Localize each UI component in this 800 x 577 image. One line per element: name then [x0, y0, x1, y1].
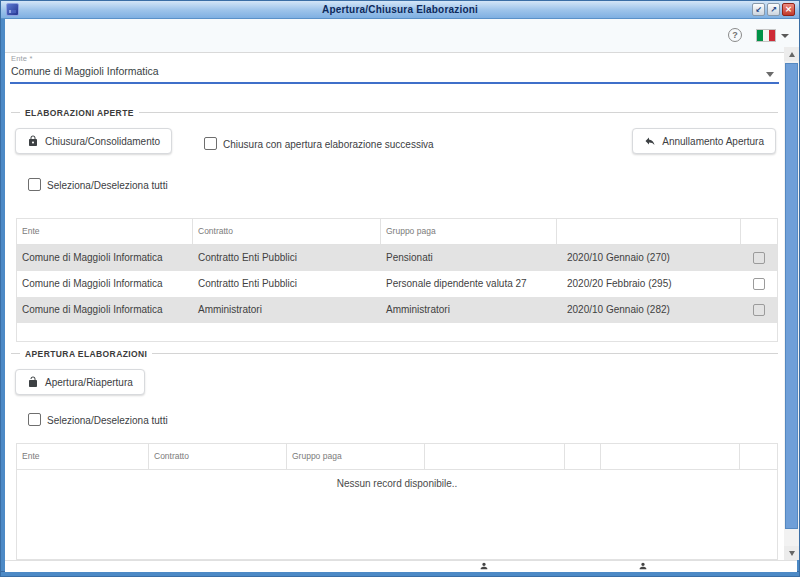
language-selector[interactable] — [756, 29, 776, 42]
column-header-contratto[interactable]: Contratto — [149, 444, 287, 469]
chiusura-consolidamento-button[interactable]: Chiusura/Consolidamento — [15, 128, 172, 154]
maximize-window-button[interactable]: ↗ — [767, 3, 780, 16]
lock-icon — [27, 135, 39, 147]
row-checkbox[interactable] — [753, 278, 765, 290]
chevron-down-icon[interactable] — [781, 34, 789, 38]
cell-contratto: Contratto Enti Pubblici — [193, 271, 381, 297]
person-icon[interactable] — [638, 561, 648, 571]
lock-open-icon — [27, 376, 39, 388]
arrow-down-icon — [789, 551, 795, 556]
section-elaborazioni-aperte-legend: ELABORAZIONI APERTE — [11, 107, 778, 118]
restore-window-button[interactable]: ↙ — [752, 3, 765, 16]
table-row[interactable]: Comune di Maggioli Informatica Amministr… — [17, 297, 777, 323]
arrow-down-left-icon: ↙ — [755, 5, 762, 14]
column-header-select[interactable] — [741, 219, 777, 244]
scroll-up-button[interactable] — [784, 47, 799, 61]
cell-ente: Comune di Maggioli Informatica — [17, 245, 193, 271]
arrow-up-right-icon: ↗ — [770, 5, 777, 14]
grid-header: Ente Contratto Gruppo paga — [17, 219, 777, 245]
cell-gruppo-paga: Personale dipendente valuta 27 — [381, 271, 557, 297]
window-title: Apertura/Chiusura Elaborazioni — [1, 1, 799, 18]
undo-arrow-icon — [644, 135, 656, 147]
column-header-empty[interactable] — [565, 444, 601, 469]
annullamento-apertura-button[interactable]: Annullamento Apertura — [632, 128, 776, 154]
column-header-gruppo-paga[interactable]: Gruppo paga — [287, 444, 425, 469]
help-icon: ? — [732, 30, 738, 40]
vertical-scrollbar[interactable] — [784, 47, 799, 560]
section-apertura-elaborazioni-legend: APERTURA ELABORAZIONI — [11, 348, 778, 359]
titlebar: Apertura/Chiusura Elaborazioni — [1, 1, 799, 19]
scrollbar-thumb[interactable] — [785, 63, 798, 529]
toolbar — [5, 19, 799, 53]
window-frame-left — [1, 19, 5, 572]
button-label: Apertura/Riapertura — [45, 377, 133, 388]
table-row[interactable]: Comune di Maggioli Informatica Contratto… — [17, 245, 777, 271]
select-all-apertura-checkbox[interactable] — [28, 413, 41, 426]
cell-contratto: Contratto Enti Pubblici — [193, 245, 381, 271]
select-all-apertura-label: Seleziona/Deseleziona tutti — [47, 415, 168, 426]
grid-header: Ente Contratto Gruppo paga — [17, 444, 777, 470]
apertura-riapertura-button[interactable]: Apertura/Riapertura — [15, 369, 145, 395]
cell-ente: Comune di Maggioli Informatica — [17, 297, 193, 323]
table-row[interactable]: Comune di Maggioli Informatica Contratto… — [17, 271, 777, 297]
row-checkbox[interactable] — [753, 304, 765, 316]
column-header-empty[interactable] — [425, 444, 565, 469]
cell-periodo: 2020/10 Gennaio (270) — [557, 245, 741, 271]
window: Apertura/Chiusura Elaborazioni ↙ ↗ × ? E… — [0, 0, 800, 577]
scroll-down-button[interactable] — [784, 546, 799, 560]
empty-grid-message: Nessun record disponibile.. — [17, 470, 777, 489]
chiusura-successiva-checkbox-label: Chiusura con apertura elaborazione succe… — [223, 139, 434, 150]
person-icon[interactable] — [479, 561, 489, 571]
elaborazioni-aperte-grid: Ente Contratto Gruppo paga Comune di Mag… — [16, 218, 778, 342]
column-header-empty[interactable] — [740, 444, 777, 469]
ente-value: Comune di Maggioli Informatica — [11, 65, 159, 77]
help-button[interactable]: ? — [728, 28, 742, 42]
column-header-periodo[interactable] — [557, 219, 741, 244]
ente-dropdown-icon[interactable] — [766, 72, 774, 77]
apertura-elaborazioni-grid: Ente Contratto Gruppo paga Nessun record… — [16, 443, 778, 560]
chiusura-successiva-checkbox[interactable] — [204, 137, 217, 150]
legend-text: ELABORAZIONI APERTE — [25, 108, 134, 118]
column-header-gruppo-paga[interactable]: Gruppo paga — [381, 219, 557, 244]
button-label: Chiusura/Consolidamento — [45, 136, 160, 147]
close-window-button[interactable]: × — [782, 3, 795, 16]
cell-gruppo-paga: Pensionati — [381, 245, 557, 271]
legend-text: APERTURA ELABORAZIONI — [25, 349, 147, 359]
partial-table-row — [5, 560, 797, 572]
close-icon: × — [785, 4, 793, 14]
ente-label: Ente * — [11, 54, 33, 63]
cell-contratto: Amministratori — [193, 297, 381, 323]
column-header-contratto[interactable]: Contratto — [193, 219, 381, 244]
arrow-up-icon — [789, 52, 795, 57]
row-checkbox[interactable] — [753, 252, 765, 264]
column-header-empty[interactable] — [601, 444, 740, 469]
cell-periodo: 2020/10 Gennaio (282) — [557, 297, 741, 323]
app-logo-icon — [6, 3, 19, 16]
button-label: Annullamento Apertura — [662, 136, 764, 147]
ente-underline — [10, 82, 779, 84]
select-all-open-checkbox[interactable] — [28, 178, 41, 191]
cell-ente: Comune di Maggioli Informatica — [17, 271, 193, 297]
cell-periodo: 2020/20 Febbraio (295) — [557, 271, 741, 297]
column-header-ente[interactable]: Ente — [17, 219, 193, 244]
cell-gruppo-paga: Amministratori — [381, 297, 557, 323]
column-header-ente[interactable]: Ente — [17, 444, 149, 469]
select-all-open-label: Seleziona/Deseleziona tutti — [47, 180, 168, 191]
